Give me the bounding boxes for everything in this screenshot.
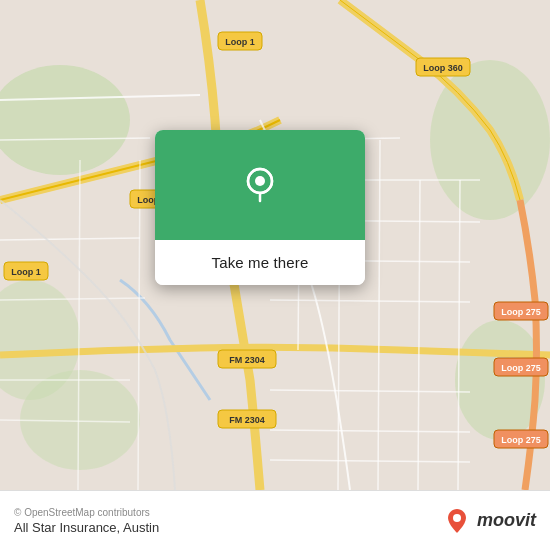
- svg-point-46: [255, 176, 265, 186]
- location-pin-icon: [238, 163, 282, 207]
- svg-text:Loop 275: Loop 275: [501, 307, 541, 317]
- svg-point-48: [453, 514, 461, 522]
- svg-text:Loop 360: Loop 360: [423, 63, 463, 73]
- take-me-there-button[interactable]: Take me there: [155, 240, 365, 285]
- svg-text:Loop 275: Loop 275: [501, 363, 541, 373]
- map-container: Loop 1 Loop 360 Loop 1 Loop 1 FM 2304 FM…: [0, 0, 550, 490]
- popup-card: Take me there: [155, 130, 365, 285]
- popup-green-area: [155, 130, 365, 240]
- svg-text:Loop 1: Loop 1: [225, 37, 255, 47]
- bottom-bar: © OpenStreetMap contributors All Star In…: [0, 490, 550, 550]
- location-label: All Star Insurance, Austin: [14, 520, 159, 535]
- osm-credit: © OpenStreetMap contributors: [14, 507, 159, 518]
- bottom-left-info: © OpenStreetMap contributors All Star In…: [14, 507, 159, 535]
- svg-text:Loop 275: Loop 275: [501, 435, 541, 445]
- moovit-logo: moovit: [443, 507, 536, 535]
- svg-text:FM 2304: FM 2304: [229, 355, 265, 365]
- svg-text:FM 2304: FM 2304: [229, 415, 265, 425]
- moovit-pin-icon: [443, 507, 471, 535]
- moovit-text: moovit: [477, 510, 536, 531]
- svg-text:Loop 1: Loop 1: [11, 267, 41, 277]
